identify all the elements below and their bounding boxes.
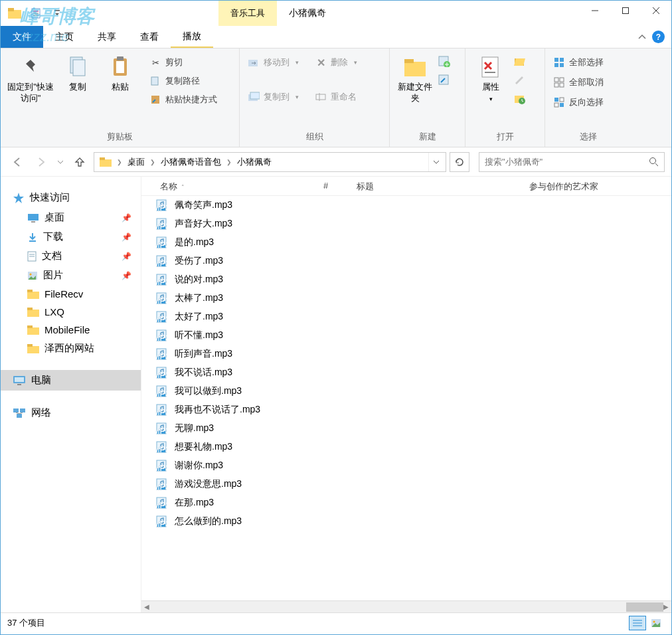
tab-home[interactable]: 主页 <box>43 26 86 48</box>
file-row[interactable]: MP3太好了.mp3 <box>141 308 671 326</box>
breadcrumb[interactable]: ❯ 桌面 ❯ 小猪佩奇语音包 ❯ 小猪佩奇 <box>94 152 446 172</box>
file-row[interactable]: MP3佩奇笑声.mp3 <box>141 196 671 215</box>
chevron-right-icon[interactable]: ❯ <box>150 159 155 165</box>
maximize-button[interactable] <box>610 1 641 21</box>
copy-path-button[interactable]: 复制路径 <box>147 74 220 88</box>
tab-file[interactable]: 文件 <box>1 26 43 48</box>
help-icon[interactable]: ? <box>652 31 665 43</box>
select-all-button[interactable]: 全部选择 <box>550 55 606 70</box>
new-folder-button[interactable]: 新建文件夹 <box>395 52 435 104</box>
copy-path-icon <box>149 75 161 87</box>
scroll-left-icon[interactable]: ◀ <box>144 603 149 610</box>
sidebar-computer[interactable]: 电脑 <box>1 370 141 391</box>
file-row[interactable]: MP3在那.mp3 <box>141 494 671 512</box>
sidebar-item[interactable]: FileRecv <box>1 285 141 303</box>
delete-icon: ✕ <box>315 56 327 68</box>
sidebar-item[interactable]: 图片📌 <box>1 266 141 285</box>
file-row[interactable]: MP3谢谢你.mp3 <box>141 456 671 475</box>
close-button[interactable] <box>641 1 671 21</box>
qat-dropdown-icon[interactable] <box>48 5 66 22</box>
sidebar-item[interactable]: LXQ <box>1 303 141 321</box>
minimize-button[interactable] <box>580 1 610 21</box>
search-box[interactable] <box>479 152 665 172</box>
move-to-button[interactable]: 移动到▾ <box>245 55 301 70</box>
chevron-right-icon[interactable]: ❯ <box>117 159 122 165</box>
breadcrumb-dropdown[interactable] <box>428 153 443 171</box>
sidebar-network[interactable]: 网络 <box>1 403 141 423</box>
svg-rect-70 <box>13 408 19 412</box>
tab-share[interactable]: 共享 <box>86 26 128 48</box>
breadcrumb-seg-1[interactable]: 桌面 <box>125 156 147 168</box>
file-row[interactable]: MP3说的对.mp3 <box>141 270 671 289</box>
sidebar-item[interactable]: MobileFile <box>1 321 141 339</box>
search-input[interactable] <box>479 157 644 167</box>
file-row[interactable]: MP3声音好大.mp3 <box>141 215 671 233</box>
svg-rect-36 <box>560 58 564 62</box>
delete-button[interactable]: ✕删除▾ <box>312 55 360 70</box>
rename-button[interactable]: 重命名 <box>312 90 360 104</box>
select-none-button[interactable]: 全部取消 <box>550 75 606 90</box>
properties-button[interactable]: 属性 ▾ <box>471 52 511 102</box>
file-list[interactable]: MP3佩奇笑声.mp3MP3声音好大.mp3MP3是的.mp3MP3受伤了.mp… <box>141 196 671 600</box>
contextual-tab-music[interactable]: 音乐工具 <box>218 1 277 26</box>
details-view-button[interactable] <box>629 616 646 630</box>
chevron-right-icon[interactable]: ❯ <box>226 159 232 165</box>
file-row[interactable]: MP3听到声音.mp3 <box>141 345 671 363</box>
svg-rect-61 <box>27 310 39 317</box>
sidebar-quick-access[interactable]: 快速访问 <box>1 187 141 208</box>
horizontal-scrollbar[interactable]: ◀ ▶ <box>141 600 671 612</box>
recent-dropdown[interactable] <box>55 152 66 172</box>
file-row[interactable]: MP3太棒了.mp3 <box>141 289 671 308</box>
col-artist[interactable]: 参与创作的艺术家 <box>521 181 671 193</box>
file-row[interactable]: MP3怎么做到的.mp3 <box>141 512 671 531</box>
folder-icon[interactable] <box>6 5 23 22</box>
refresh-button[interactable] <box>450 152 469 172</box>
file-row[interactable]: MP3游戏没意思.mp3 <box>141 475 671 494</box>
sidebar-item[interactable]: 文档📌 <box>1 246 141 266</box>
cut-button[interactable]: ✂剪切 <box>147 55 220 70</box>
file-row[interactable]: MP3想要礼物.mp3 <box>141 438 671 456</box>
paste-button[interactable]: 粘贴 <box>100 52 140 93</box>
copy-icon <box>66 55 90 79</box>
svg-text:MP3: MP3 <box>155 519 167 528</box>
tab-view[interactable]: 查看 <box>128 26 171 48</box>
file-row[interactable]: MP3受伤了.mp3 <box>141 252 671 270</box>
collapse-ribbon-icon[interactable] <box>637 34 647 41</box>
back-button[interactable] <box>7 152 27 172</box>
file-row[interactable]: MP3无聊.mp3 <box>141 419 671 438</box>
file-row[interactable]: MP3是的.mp3 <box>141 233 671 252</box>
copy-button[interactable]: 复制 <box>58 52 98 93</box>
file-row[interactable]: MP3我不说话.mp3 <box>141 363 671 382</box>
invert-selection-button[interactable]: 反向选择 <box>550 95 606 110</box>
sidebar-item[interactable]: 下载📌 <box>1 227 141 246</box>
easy-access-icon[interactable] <box>438 74 451 86</box>
up-button[interactable] <box>70 152 90 172</box>
thumbnails-view-button[interactable] <box>647 616 665 630</box>
history-icon[interactable] <box>513 92 527 104</box>
sidebar-item[interactable]: 泽西的网站 <box>1 339 141 358</box>
copy-to-button[interactable]: 复制到▾ <box>245 90 301 104</box>
tab-play[interactable]: 播放 <box>171 26 213 48</box>
file-row[interactable]: MP3我再也不说话了.mp3 <box>141 401 671 419</box>
file-name: 听不懂.mp3 <box>175 329 223 341</box>
breadcrumb-seg-2[interactable]: 小猪佩奇语音包 <box>158 156 224 168</box>
scroll-right-icon[interactable]: ▶ <box>663 603 669 610</box>
col-num[interactable]: # <box>315 181 349 193</box>
sidebar-item-label: 桌面 <box>44 211 64 224</box>
col-title[interactable]: 标题 <box>349 181 521 193</box>
file-name: 我可以做到.mp3 <box>175 385 242 397</box>
forward-button[interactable] <box>31 152 51 172</box>
breadcrumb-seg-3[interactable]: 小猪佩奇 <box>234 156 274 168</box>
new-item-icon[interactable] <box>438 55 451 67</box>
scroll-thumb[interactable] <box>626 602 663 612</box>
edit-icon[interactable] <box>513 74 527 86</box>
file-row[interactable]: MP3听不懂.mp3 <box>141 326 671 345</box>
pin-quick-access-button[interactable]: 固定到"快速访问" <box>6 52 55 104</box>
file-row[interactable]: MP3我可以做到.mp3 <box>141 382 671 401</box>
paste-shortcut-button[interactable]: 粘贴快捷方式 <box>147 92 220 107</box>
sidebar-item[interactable]: 桌面📌 <box>1 208 141 227</box>
search-icon[interactable] <box>644 157 664 167</box>
open-icon[interactable] <box>513 55 527 67</box>
properties-qat-icon[interactable] <box>27 5 44 22</box>
col-name[interactable]: 名称˄ <box>152 181 315 193</box>
